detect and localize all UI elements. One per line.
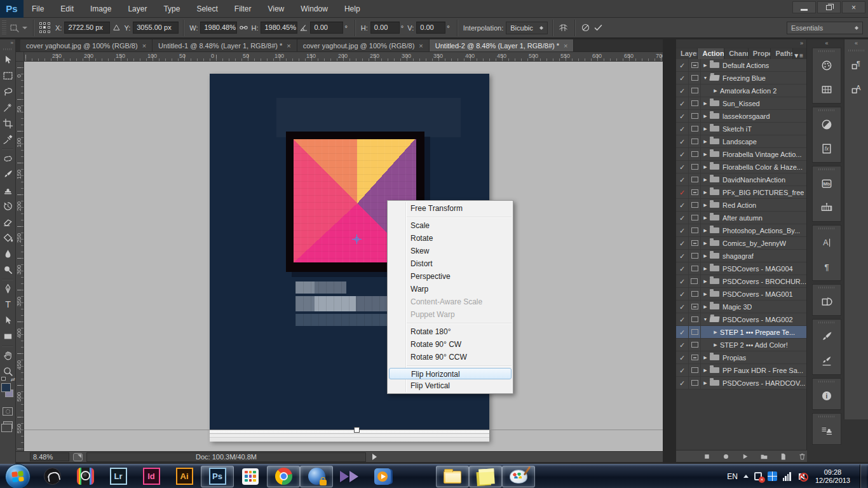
action-row[interactable]: ✓▶PSDCovers - MAG001 — [676, 288, 806, 301]
context-menu-item-flip-horizontal[interactable]: Flip Horizontal — [389, 368, 512, 379]
height-input[interactable]: 1980.45% — [261, 22, 297, 34]
menu-file[interactable]: File — [24, 0, 52, 18]
record-button[interactable] — [722, 452, 730, 461]
start-button[interactable] — [0, 464, 36, 488]
mini-bridge-panel-icon[interactable]: Mb — [813, 172, 841, 196]
expand-arrow-icon[interactable]: ▶ — [701, 355, 710, 360]
action-row[interactable]: ✓▶Amatorka Action 2 — [676, 85, 806, 97]
marquee-tool[interactable] — [0, 68, 15, 84]
taskbar-chrome[interactable] — [267, 466, 300, 487]
zoom-level-field[interactable]: 8.48% — [30, 452, 69, 461]
action-check-icon[interactable]: ✓ — [676, 97, 689, 109]
expand-arrow-icon[interactable]: ▼ — [701, 76, 710, 80]
status-options-arrow-icon[interactable] — [372, 454, 380, 460]
expand-arrow-icon[interactable]: ▶ — [701, 152, 710, 157]
action-check-icon[interactable]: ✓ — [676, 364, 689, 376]
cancel-transform-icon[interactable] — [580, 22, 592, 34]
expand-arrow-icon[interactable]: ▶ — [701, 381, 710, 386]
pen-tool[interactable] — [0, 281, 15, 297]
info-panel-icon[interactable]: i — [813, 384, 841, 408]
width-input[interactable]: 1980.48% — [200, 22, 237, 34]
column-collapse-icon[interactable]: « — [811, 39, 843, 48]
workspace-select[interactable]: Essentials — [787, 22, 863, 34]
action-check-icon[interactable]: ✓ — [676, 275, 689, 287]
taskbar-paint[interactable] — [502, 466, 535, 487]
action-check-icon[interactable]: ✓ — [676, 237, 689, 249]
action-row[interactable]: ✓▶After autumn — [676, 212, 806, 224]
brush-presets-panel-icon[interactable] — [813, 349, 841, 373]
action-check-icon[interactable]: ✓ — [676, 377, 689, 389]
action-modal-toggle[interactable] — [689, 250, 701, 262]
action-check-icon[interactable]: ✓ — [676, 199, 689, 211]
type-tool[interactable]: T — [0, 297, 15, 313]
expand-arrow-icon[interactable]: ▶ — [701, 304, 710, 309]
panel-collapse-icon[interactable]: » — [676, 39, 806, 48]
action-modal-toggle[interactable] — [689, 224, 701, 236]
panel-group-grip[interactable] — [818, 322, 835, 323]
action-row[interactable]: ✓▶Red Action — [676, 199, 806, 212]
tab-close-icon[interactable]: × — [419, 42, 423, 50]
context-menu-item-rotate[interactable]: Rotate — [388, 232, 513, 245]
menu-edit[interactable]: Edit — [52, 0, 82, 18]
action-row[interactable]: ✓▶PSDCovers - BROCHUR... — [676, 275, 806, 288]
document-tab-3[interactable]: cover yaghout.jpg @ 100% (RGB/8)× — [297, 39, 430, 51]
foreground-color-swatch[interactable] — [1, 383, 11, 392]
action-modal-toggle[interactable] — [689, 212, 701, 224]
action-modal-toggle[interactable] — [689, 85, 701, 97]
transform-reference-point[interactable] — [352, 234, 362, 244]
document-tab-2[interactable]: Untitled-1 @ 8.48% (Layer 1, RGB/8#) *× — [153, 39, 297, 51]
dodge-tool[interactable] — [0, 262, 15, 278]
history-brush-tool[interactable] — [0, 198, 15, 214]
action-check-icon[interactable]: ✓ — [676, 135, 689, 147]
default-colors-icon[interactable] — [1, 377, 6, 381]
ruler-corner[interactable] — [16, 52, 24, 62]
action-modal-toggle[interactable] — [689, 97, 701, 109]
expand-arrow-icon[interactable]: ▶ — [701, 254, 710, 259]
action-modal-toggle[interactable] — [689, 339, 701, 351]
styles-panel-icon[interactable]: fx — [813, 137, 841, 161]
action-modal-toggle[interactable] — [689, 326, 701, 338]
expand-arrow-icon[interactable]: ▶ — [701, 114, 710, 119]
rotation-input[interactable]: 0.00 — [310, 22, 343, 34]
hand-tool[interactable] — [0, 348, 15, 363]
action-modal-toggle[interactable] — [689, 275, 701, 287]
history-panel-icon[interactable] — [813, 290, 841, 314]
action-check-icon[interactable]: ✓ — [676, 85, 689, 97]
minimize-button[interactable] — [792, 1, 816, 13]
new-set-button[interactable] — [760, 452, 768, 461]
action-check-icon[interactable]: ✓ — [676, 173, 689, 186]
action-check-icon[interactable]: ✓ — [676, 250, 689, 262]
action-row[interactable]: ✓▶lassekorsgaard — [676, 110, 806, 123]
show-desktop-button[interactable] — [860, 464, 867, 488]
paragraph-panel-icon[interactable]: ¶ — [813, 255, 841, 279]
action-modal-toggle[interactable] — [689, 148, 701, 160]
tool-preset-button[interactable] — [10, 23, 27, 33]
taskbar-internet-security[interactable] — [300, 466, 333, 487]
panel-group-grip[interactable] — [818, 168, 835, 170]
taskbar-indesign[interactable]: Id — [135, 466, 168, 487]
action-row[interactable]: ✓▶shagagraf — [676, 250, 806, 262]
clone-source-panel-icon[interactable] — [813, 419, 841, 443]
context-menu-item-distort[interactable]: Distort — [388, 257, 513, 270]
options-grip[interactable] — [2, 20, 6, 36]
taskbar-lightroom[interactable]: Lr — [102, 466, 135, 487]
color-panel-icon[interactable] — [813, 53, 841, 78]
delete-button[interactable] — [798, 452, 806, 461]
action-modal-toggle[interactable] — [689, 59, 701, 71]
play-button[interactable] — [741, 452, 749, 461]
context-menu-item-free-transform[interactable]: Free Transform — [388, 202, 513, 215]
adjustments-panel-icon[interactable] — [813, 112, 841, 137]
windows-tray-icon[interactable] — [768, 471, 777, 481]
action-check-icon[interactable]: ✓ — [676, 301, 689, 313]
action-check-icon[interactable]: ✓ — [676, 262, 689, 274]
panel-tab-prope[interactable]: Prope — [749, 48, 771, 59]
action-row[interactable]: ✓▼PSDCovers - MAG002 — [676, 313, 806, 326]
context-menu-item-warp[interactable]: Warp — [388, 283, 513, 295]
panel-tab-layer[interactable]: Layer — [676, 48, 698, 59]
action-modal-toggle[interactable] — [689, 72, 701, 84]
action-check-icon[interactable]: ✓ — [676, 224, 689, 236]
muted-speaker-icon[interactable] — [797, 473, 804, 480]
magic-wand-tool[interactable] — [0, 100, 15, 116]
action-row[interactable]: ✓▶PSDCovers - HARDCOV... — [676, 377, 806, 390]
page-preview-icon[interactable] — [73, 453, 83, 461]
